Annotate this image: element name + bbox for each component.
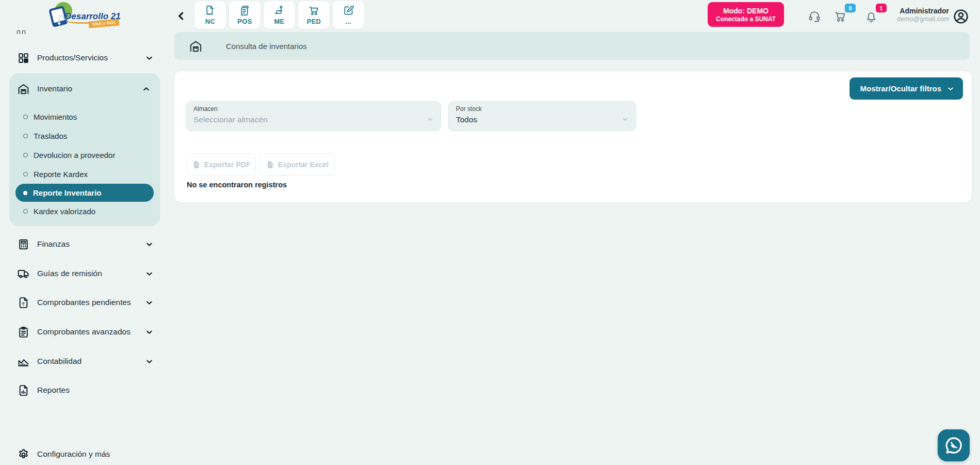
demo-mode-badge[interactable]: Modo: DEMO Conectado a SUNAT	[708, 2, 784, 27]
quick-action-pos[interactable]: POS	[229, 1, 260, 29]
export-pdf-button[interactable]: P Exportar PDF	[187, 153, 256, 175]
avatar[interactable]	[953, 8, 969, 25]
bullet-icon	[23, 153, 28, 157]
quick-action-me[interactable]: ME	[264, 1, 295, 29]
receipt-icon	[239, 5, 251, 17]
credit-note-icon	[204, 5, 216, 17]
sidebar-group-inventario: Inventario Movimientos Traslados Devoluc…	[9, 73, 160, 226]
bullet-icon	[23, 172, 28, 177]
clipped-menu-icon	[17, 30, 25, 34]
svg-text:?: ?	[22, 301, 25, 306]
chevron-down-icon	[145, 357, 154, 366]
chevron-up-icon	[142, 85, 151, 93]
sidebar-item-contabilidad[interactable]: Contabilidad	[0, 350, 165, 373]
whatsapp-icon	[943, 435, 964, 456]
report-icon	[17, 384, 30, 397]
subitem-label: Traslados	[34, 132, 67, 140]
chevron-left-icon	[174, 9, 188, 23]
chart-icon	[17, 355, 30, 368]
quick-action-more[interactable]: ...	[333, 1, 364, 29]
sidebar-item-label: Reportes	[37, 386, 70, 395]
grid-icon	[17, 52, 30, 65]
sidebar-item-configuracion[interactable]: Configuración y más	[0, 443, 165, 465]
chevron-down-icon	[145, 54, 154, 62]
quick-action-label: NC	[205, 18, 215, 25]
sidebar-subitem-reporte-inventario-active[interactable]: Reporte Inventario	[15, 184, 154, 202]
chevron-down-icon	[145, 298, 154, 307]
almacen-label: Almacen	[193, 105, 218, 113]
sidebar-item-label: Contabilidad	[37, 357, 81, 366]
sidebar-item-label: Configuración y más	[37, 450, 110, 459]
support-headset-button[interactable]	[808, 10, 821, 23]
toggle-filters-label: Mostrar/Ocultar filtros	[860, 84, 941, 93]
sidebar-subitem-movimientos[interactable]: Movimientos	[9, 107, 160, 126]
quick-action-label: ME	[274, 18, 284, 25]
sidebar-subitem-devolucion-a-proveedor[interactable]: Devolucion a proveedor	[9, 146, 160, 165]
subitem-label: Devolucion a proveedor	[34, 151, 115, 159]
cart-icon	[308, 5, 320, 17]
chevron-down-icon	[145, 240, 154, 249]
clipboard-icon	[17, 326, 30, 339]
chevron-down-icon	[946, 85, 955, 93]
content-card: Mostrar/Ocultar filtros Almacen Seleccio…	[174, 71, 972, 202]
demo-mode-line1: Modo: DEMO	[723, 7, 769, 15]
empty-results-message: No se encontraron registros	[187, 181, 287, 189]
sidebar-item-inventario[interactable]: Inventario	[9, 77, 160, 100]
quick-action-nc[interactable]: NC	[194, 1, 226, 29]
gear-icon	[17, 448, 30, 461]
sidebar-item-label: Productos/Servicios	[37, 53, 108, 62]
pdf-file-icon: P	[192, 161, 201, 169]
subitem-label: Reporte Kardex	[34, 170, 88, 179]
user-email: demo@gmail.com	[883, 15, 949, 23]
warehouse-icon[interactable]	[189, 39, 203, 53]
sidebar-item-comprobantes-pendientes[interactable]: ? Comprobantes pendientes	[0, 291, 165, 314]
export-excel-button[interactable]: X Exportar Excel	[260, 153, 335, 175]
whatsapp-button[interactable]	[938, 429, 970, 461]
user-menu[interactable]: Administrador demo@gmail.com	[883, 7, 949, 23]
sidebar-collapse-button[interactable]	[174, 9, 188, 23]
sidebar-item-label: Finanzas	[37, 239, 70, 249]
sidebar-item-reportes[interactable]: Reportes	[0, 379, 165, 402]
warehouse-icon	[17, 83, 30, 95]
sidebar-subitem-reporte-kardex[interactable]: Reporte Kardex	[9, 165, 160, 184]
quick-action-ped[interactable]: PED	[298, 1, 330, 29]
bullet-icon	[23, 191, 27, 195]
sidebar-item-label: Inventario	[37, 84, 72, 93]
headset-icon	[808, 10, 821, 23]
user-circle-icon	[953, 8, 969, 25]
breadcrumb-label: Consulta de inventarios	[226, 42, 307, 51]
sidebar-item-productos-servicios[interactable]: Productos/Servicios	[0, 46, 165, 69]
sidebar-item-label: Comprobantes avanzados	[37, 327, 130, 336]
excel-file-icon: X	[266, 161, 274, 169]
subitem-label: Reporte Inventario	[33, 188, 102, 197]
cart-button[interactable]	[834, 10, 847, 23]
subitem-label: Movimientos	[34, 113, 77, 121]
chevron-down-icon	[145, 269, 154, 278]
por-stock-label: Por stock	[456, 105, 482, 113]
subitem-label: Kardex valorizado	[34, 207, 95, 216]
por-stock-select[interactable]: Por stock Todos	[448, 101, 636, 131]
calculator-icon	[17, 238, 30, 251]
almacen-select[interactable]: Almacen Seleccionar almacén	[186, 101, 441, 131]
almacen-placeholder: Seleccionar almacén	[193, 115, 268, 124]
notifications-button[interactable]	[864, 10, 878, 23]
sidebar-item-guias-de-remision[interactable]: Guías de remisión	[0, 262, 165, 285]
sidebar-subitem-kardex-valorizado[interactable]: Kardex valorizado	[9, 202, 160, 221]
demo-mode-line2: Conectado a SUNAT	[716, 15, 776, 23]
toggle-filters-button[interactable]: Mostrar/Ocultar filtros	[850, 77, 963, 100]
quick-action-label: POS	[237, 18, 252, 25]
sidebar-item-label: Comprobantes pendientes	[37, 298, 131, 307]
breadcrumb: Consulta de inventarios	[174, 32, 970, 60]
cart-count-badge[interactable]: 0	[845, 4, 856, 12]
svg-text:P: P	[195, 164, 197, 167]
sidebar-item-comprobantes-avanzados[interactable]: Comprobantes avanzados	[0, 320, 165, 343]
sidebar-item-finanzas[interactable]: Finanzas	[0, 233, 165, 255]
doc-question-icon: ?	[17, 296, 30, 309]
chevron-down-icon	[621, 115, 629, 123]
chevron-down-icon	[145, 328, 154, 336]
sidebar: Productos/Servicios Inventario Movimient…	[0, 0, 165, 465]
edit-note-icon	[342, 5, 354, 17]
sidebar-subitem-traslados[interactable]: Traslados	[9, 126, 160, 146]
user-name: Administrador	[883, 7, 949, 15]
quick-action-label: PED	[307, 18, 321, 25]
